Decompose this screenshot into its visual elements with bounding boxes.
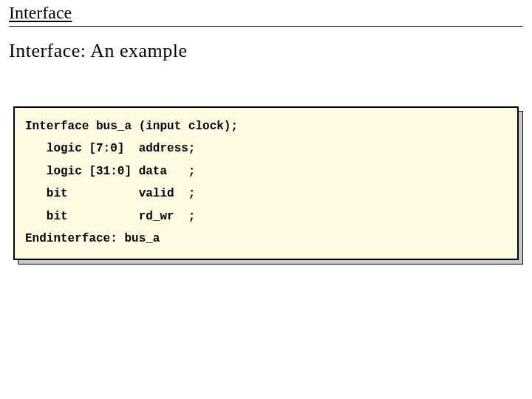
code-line: logic [31:0] data ; <box>25 165 195 178</box>
code-line: Interface bus_a (input clock); <box>25 120 238 133</box>
header-region: Interface <box>0 0 532 27</box>
code-block: Interface bus_a (input clock); logic [7:… <box>13 106 519 260</box>
title-region: Interface: An example <box>0 27 532 62</box>
code-line: logic [7:0] address; <box>25 142 195 155</box>
code-line: Endinterface: bus_a <box>25 232 160 245</box>
code-line: bit rd_wr ; <box>25 210 195 223</box>
slide-title: Interface: An example <box>9 40 523 62</box>
code-line: bit valid ; <box>25 187 195 200</box>
slide-header: Interface <box>9 3 523 24</box>
slide: Interface Interface: An example Interfac… <box>0 0 532 399</box>
code-box: Interface bus_a (input clock); logic [7:… <box>13 106 519 260</box>
